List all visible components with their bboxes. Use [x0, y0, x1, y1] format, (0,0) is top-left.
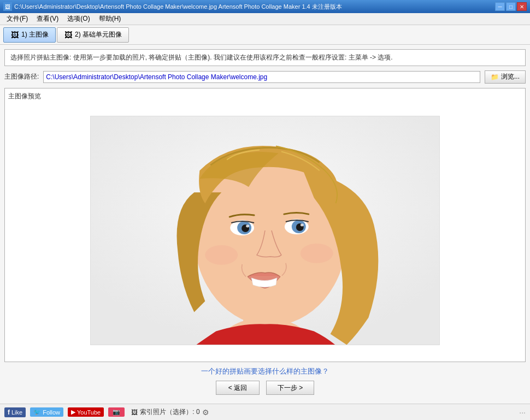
toolbar: 🖼 1) 主图像 🖼 2) 基础单元图像 [0, 25, 530, 45]
tab-main-image[interactable]: 🖼 1) 主图像 [3, 27, 56, 43]
path-input[interactable] [43, 71, 480, 83]
status-bar: f Like 🐦 Follow ▶ YouTube 📷 🖼 索引照片（选择）: … [0, 404, 530, 420]
window-controls[interactable]: ─ □ ✕ [495, 2, 527, 11]
browse-button[interactable]: 📁 浏览... [485, 70, 526, 84]
twitter-icon: 🐦 [33, 409, 41, 416]
path-row: 主图像路径: 📁 浏览... [4, 70, 526, 84]
twitter-button[interactable]: 🐦 Follow [30, 407, 63, 417]
facebook-label: Like [11, 409, 22, 416]
browse-icon: 📁 [491, 73, 499, 81]
main-image-tab-icon: 🖼 [10, 31, 19, 39]
menu-bar: 文件(F) 查看(V) 选项(O) 帮助(H) [0, 13, 530, 25]
facebook-button[interactable]: f Like [4, 407, 26, 417]
main-content: 选择照片拼贴主图像: 使用第一步要加载的照片, 将确定拼贴（主图像). 我们建议… [0, 45, 530, 404]
close-button[interactable]: ✕ [517, 2, 527, 11]
portrait-svg [91, 116, 439, 345]
svg-point-12 [246, 225, 249, 228]
facebook-icon: f [8, 409, 10, 416]
photos-status: 🖼 索引照片（选择）: 0 ⚙ [131, 407, 209, 417]
tab-basic-unit[interactable]: 🖼 2) 基础单元图像 [57, 27, 129, 43]
portrait-container [90, 116, 440, 345]
svg-point-15 [301, 244, 333, 263]
preview-image-area [8, 103, 522, 358]
menu-options[interactable]: 选项(O) [63, 13, 94, 25]
menu-file[interactable]: 文件(F) [2, 13, 32, 25]
minimize-button[interactable]: ─ [495, 2, 505, 11]
title-bar: 🖼 C:\Users\Administrator\Desktop\Artenso… [0, 0, 530, 13]
social-buttons: f Like 🐦 Follow ▶ YouTube 📷 [4, 407, 125, 417]
menu-view[interactable]: 查看(V) [32, 13, 63, 25]
path-label: 主图像路径: [4, 72, 39, 81]
status-dots: ··· [519, 408, 526, 417]
info-box: 选择照片拼贴主图像: 使用第一步要加载的照片, 将确定拼贴（主图像). 我们建议… [4, 49, 526, 66]
photos-icon: 🖼 [131, 409, 138, 416]
photos-label: 索引照片（选择）: 0 [140, 407, 199, 417]
gear-icon: ⚙ [202, 408, 209, 417]
instagram-icon: 📷 [113, 409, 120, 416]
twitter-label: Follow [43, 409, 60, 416]
youtube-icon: ▶ [71, 409, 75, 416]
hint-content: 一个好的拼贴画要选择什么样的主图像？ [201, 367, 329, 375]
preview-label: 主图像预览 [8, 92, 522, 101]
next-button[interactable]: 下一步 > [266, 381, 314, 395]
nav-buttons: < 返回 下一步 > [4, 381, 526, 395]
tab-main-image-label: 1) 主图像 [21, 30, 49, 39]
instagram-button[interactable]: 📷 [108, 407, 125, 417]
youtube-label: YouTube [77, 409, 101, 416]
browse-label: 浏览... [501, 72, 520, 81]
info-text: 选择照片拼贴主图像: 使用第一步要加载的照片, 将确定拼贴（主图像). 我们建议… [10, 54, 393, 61]
preview-section: 主图像预览 [4, 88, 526, 362]
title-bar-left: 🖼 C:\Users\Administrator\Desktop\Artenso… [3, 2, 342, 11]
app-icon: 🖼 [3, 2, 12, 11]
svg-point-13 [301, 224, 304, 227]
youtube-button[interactable]: ▶ YouTube [68, 407, 104, 417]
hint-text: 一个好的拼贴画要选择什么样的主图像？ [4, 366, 526, 376]
tab-basic-unit-label: 2) 基础单元图像 [75, 30, 122, 39]
menu-help[interactable]: 帮助(H) [95, 13, 126, 25]
maximize-button[interactable]: □ [506, 2, 516, 11]
back-button[interactable]: < 返回 [216, 381, 260, 395]
svg-point-14 [205, 245, 238, 265]
title-text: C:\Users\Administrator\Desktop\Artensoft… [14, 3, 342, 11]
basic-unit-tab-icon: 🖼 [64, 31, 73, 39]
